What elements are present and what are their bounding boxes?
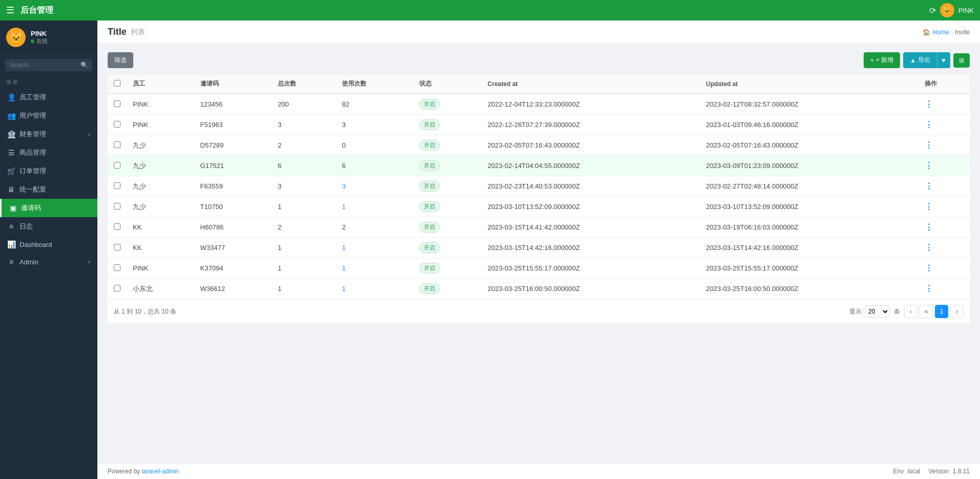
export-button[interactable]: ▲ 导出 bbox=[903, 52, 937, 68]
prev-page-button[interactable]: ‹ bbox=[904, 305, 917, 318]
logs-icon: ≡ bbox=[7, 222, 15, 231]
row-created-at: 2022-12-26T07:27:39.000000Z bbox=[481, 115, 700, 135]
export-icon: ▲ bbox=[910, 57, 916, 64]
row-checkbox-cell bbox=[108, 176, 127, 197]
laravel-admin-link[interactable]: laravel-admin bbox=[142, 468, 179, 475]
status-badge: 开启 bbox=[419, 201, 440, 212]
action-menu-button[interactable]: ⋮ bbox=[925, 141, 933, 150]
hamburger-icon[interactable]: ☰ bbox=[6, 5, 14, 16]
sidebar-item-finance[interactable]: 🏦 财务管理 ‹ bbox=[0, 125, 97, 143]
export-dropdown-button[interactable]: ▼ bbox=[937, 52, 950, 68]
row-actions: ⋮ bbox=[918, 176, 970, 197]
sidebar-item-invites[interactable]: ▣ 邀请码 bbox=[0, 199, 97, 217]
data-table: 员工 邀请码 总次数 使用次数 状态 Created at Updated at… bbox=[108, 74, 970, 299]
staff-icon: 👤 bbox=[7, 93, 15, 101]
sidebar-item-staff[interactable]: 👤 员工管理 bbox=[0, 88, 97, 107]
header-actions: 操作 bbox=[918, 74, 970, 94]
row-created-at: 2023-03-25T15:55:17.000000Z bbox=[481, 258, 700, 279]
action-menu-button[interactable]: ⋮ bbox=[925, 100, 933, 109]
next-page-button[interactable]: › bbox=[950, 305, 964, 318]
sidebar-item-config[interactable]: 🖥 统一配置 bbox=[0, 180, 97, 199]
powered-by-text: Powered by bbox=[108, 468, 142, 475]
refresh-icon[interactable]: ⟳ bbox=[929, 6, 936, 15]
header-used: 使用次数 bbox=[336, 74, 413, 94]
row-checkbox[interactable] bbox=[114, 285, 120, 291]
action-menu-button[interactable]: ⋮ bbox=[925, 264, 933, 273]
sidebar-item-admin[interactable]: ≡ Admin ‹ bbox=[0, 253, 97, 270]
header-status: 状态 bbox=[413, 74, 482, 94]
used-link[interactable]: 3 bbox=[342, 182, 345, 190]
users-icon: 👥 bbox=[7, 112, 15, 120]
table-view-icon: ⊞ bbox=[959, 57, 964, 64]
row-actions: ⋮ bbox=[918, 115, 970, 135]
row-checkbox[interactable] bbox=[114, 223, 120, 230]
row-checkbox[interactable] bbox=[114, 162, 120, 169]
row-updated-at: 2023-03-25T15:55:17.000000Z bbox=[700, 258, 918, 279]
sidebar-item-dashboard[interactable]: 📊 Dashboard bbox=[0, 236, 97, 253]
status-label: 在线 bbox=[36, 37, 48, 45]
row-checkbox[interactable] bbox=[114, 264, 120, 271]
used-link[interactable]: 1 bbox=[342, 244, 345, 252]
top-nav-right: ⟳ 🐱 PINK bbox=[929, 3, 974, 17]
sidebar-item-logs[interactable]: ≡ 日志 bbox=[0, 217, 97, 236]
prev-page-button2[interactable]: « bbox=[920, 305, 933, 318]
action-menu-button[interactable]: ⋮ bbox=[925, 202, 933, 211]
status-badge: 开启 bbox=[419, 140, 440, 151]
row-checkbox[interactable] bbox=[114, 141, 120, 148]
used-link[interactable]: 1 bbox=[342, 264, 345, 272]
breadcrumb-home[interactable]: Home bbox=[932, 29, 949, 36]
select-all-checkbox[interactable] bbox=[114, 80, 120, 87]
sidebar-item-label: 统一配置 bbox=[19, 185, 90, 194]
pagination-info: 从 1 到 10，总共 10 条 bbox=[114, 307, 176, 316]
sidebar-item-users[interactable]: 👥 用户管理 bbox=[0, 107, 97, 125]
products-icon: ☰ bbox=[7, 149, 15, 157]
top-nav-left: ☰ 后台管理 bbox=[6, 5, 53, 16]
sidebar-item-products[interactable]: ☰ 商品管理 bbox=[0, 143, 97, 162]
sidebar-username: PINK bbox=[31, 30, 48, 37]
add-button[interactable]: + + 新增 bbox=[864, 52, 900, 68]
row-code: W36612 bbox=[194, 279, 272, 299]
row-code: F63559 bbox=[194, 176, 272, 197]
page-1-button[interactable]: 1 bbox=[935, 305, 948, 318]
action-menu-button[interactable]: ⋮ bbox=[925, 284, 933, 293]
row-updated-at: 2023-03-10T13:52:09.000000Z bbox=[700, 197, 918, 217]
sidebar-user: 🐱 PINK 在线 bbox=[0, 20, 97, 55]
used-link[interactable]: 1 bbox=[342, 203, 345, 211]
row-code: G17521 bbox=[194, 156, 272, 176]
row-checkbox-cell bbox=[108, 279, 127, 299]
row-status: 开启 bbox=[413, 217, 482, 238]
row-code: W33477 bbox=[194, 238, 272, 258]
display-label: 显示 bbox=[849, 307, 862, 316]
table-row: PINK K37094 1 1 开启 2023-03-25T15:55:17.0… bbox=[108, 258, 970, 279]
row-staff: KK bbox=[127, 217, 194, 238]
row-used: 1 bbox=[336, 279, 413, 299]
used-link[interactable]: 1 bbox=[342, 285, 345, 293]
row-checkbox-cell bbox=[108, 238, 127, 258]
row-checkbox[interactable] bbox=[114, 203, 120, 210]
search-input[interactable] bbox=[5, 59, 92, 71]
row-total: 3 bbox=[272, 176, 336, 197]
sidebar-status: 在线 bbox=[31, 37, 48, 45]
table-view-button[interactable]: ⊞ bbox=[953, 53, 970, 68]
action-menu-button[interactable]: ⋮ bbox=[925, 182, 933, 191]
export-label: 导出 bbox=[918, 56, 930, 65]
action-menu-button[interactable]: ⋮ bbox=[925, 243, 933, 252]
row-code: D57289 bbox=[194, 135, 272, 156]
table-row: KK H60786 2 2 开启 2023-03-15T14:41:42.000… bbox=[108, 217, 970, 238]
action-menu-button[interactable]: ⋮ bbox=[925, 120, 933, 129]
per-page-select[interactable]: 10 20 50 100 bbox=[864, 305, 890, 318]
row-total: 3 bbox=[272, 115, 336, 135]
action-menu-button[interactable]: ⋮ bbox=[925, 161, 933, 170]
sidebar-avatar: 🐱 bbox=[6, 28, 26, 47]
header-code: 邀请码 bbox=[194, 74, 272, 94]
action-menu-button[interactable]: ⋮ bbox=[925, 223, 933, 232]
row-checkbox[interactable] bbox=[114, 182, 120, 189]
row-actions: ⋮ bbox=[918, 217, 970, 238]
row-checkbox[interactable] bbox=[114, 244, 120, 251]
row-checkbox[interactable] bbox=[114, 121, 120, 128]
row-checkbox[interactable] bbox=[114, 100, 120, 107]
header-checkbox-cell bbox=[108, 74, 127, 94]
filter-button[interactable]: 筛选 bbox=[108, 52, 133, 68]
sidebar-item-orders[interactable]: 🛒 订单管理 bbox=[0, 162, 97, 180]
table-row: 小东北 W36612 1 1 开启 2023-03-25T16:00:50.00… bbox=[108, 279, 970, 299]
